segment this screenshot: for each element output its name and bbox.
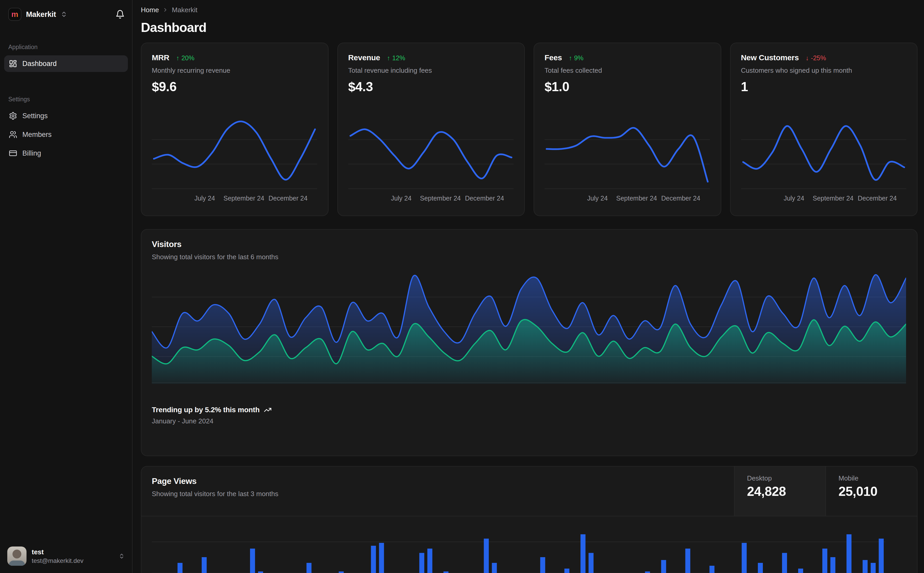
chevrons-up-down-icon[interactable] <box>61 11 67 18</box>
section-label-settings: Settings <box>0 96 132 103</box>
bell-icon[interactable] <box>115 9 125 19</box>
credit-card-icon <box>9 149 17 157</box>
arrow-up-icon: ↑ <box>176 54 179 62</box>
arrow-down-icon: ↓ <box>805 54 809 62</box>
stat-title: Fees <box>544 52 562 63</box>
visitors-trend-text: Trending up by 5.2% this month <box>152 406 260 414</box>
svg-text:September 24: September 24 <box>420 194 461 202</box>
page-views-card: Page Views Showing total visitors for th… <box>141 466 918 573</box>
breadcrumb-current: Makerkit <box>172 6 197 14</box>
pageviews-toggle-desktop[interactable]: Desktop 24,828 <box>734 467 825 516</box>
visitors-period: January - June 2024 <box>152 417 907 425</box>
stat-subtitle: Total fees collected <box>544 66 711 75</box>
fees-sparkline-chart: July 24September 24December 24 <box>544 115 710 204</box>
users-icon <box>9 130 17 139</box>
page-views-toggles: Desktop 24,828 Mobile 25,010 <box>734 467 917 516</box>
page-title: Dashboard <box>141 20 918 35</box>
sidebar-item-label: Billing <box>22 149 41 157</box>
mrr-sparkline-chart: July 24September 24December 24 <box>152 115 317 204</box>
stat-card-mrr: MRR ↑ 20% Monthly recurring revenue $9.6… <box>141 42 328 216</box>
dashboard-icon <box>9 59 17 68</box>
sidebar-item-label: Dashboard <box>22 60 56 68</box>
svg-text:July 24: July 24 <box>195 194 215 202</box>
page-views-subtitle: Showing total visitors for the last 3 mo… <box>152 489 278 498</box>
workspace-name: Makerkit <box>26 10 56 19</box>
breadcrumb: Home Makerkit <box>141 5 918 14</box>
stat-cards-row: MRR ↑ 20% Monthly recurring revenue $9.6… <box>141 42 918 216</box>
stat-card-revenue: Revenue ↑ 12% Total revenue including fe… <box>337 42 525 216</box>
workspace-selector[interactable]: m Makerkit <box>0 0 132 21</box>
page-views-bar-chart <box>152 518 885 573</box>
stat-value: $4.3 <box>348 79 514 94</box>
stat-value: 1 <box>741 79 907 94</box>
customers-sparkline-chart: July 24September 24December 24 <box>741 115 906 204</box>
sidebar-item-billing[interactable]: Billing <box>4 145 128 161</box>
app-window: m Makerkit Application Dashboard Setting… <box>0 0 924 573</box>
trend-badge: ↑ 12% <box>387 54 405 62</box>
arrow-up-icon: ↑ <box>569 54 572 62</box>
sidebar-item-settings[interactable]: Settings <box>4 108 128 124</box>
stat-card-fees: Fees ↑ 9% Total fees collected $1.0 July… <box>533 42 721 216</box>
stat-title: Revenue <box>348 52 380 63</box>
sidebar: m Makerkit Application Dashboard Setting… <box>0 0 133 573</box>
trending-up-icon <box>264 406 271 414</box>
avatar <box>7 546 27 566</box>
trend-badge: ↓ -25% <box>805 54 826 62</box>
visitors-card: Visitors Showing total visitors for the … <box>141 229 918 456</box>
svg-text:December 24: December 24 <box>858 194 897 202</box>
user-email: test@makerkit.dev <box>32 557 83 564</box>
svg-text:September 24: September 24 <box>224 194 264 202</box>
trend-badge: ↑ 20% <box>176 54 195 62</box>
gear-icon <box>9 112 17 120</box>
chevron-right-icon <box>162 7 168 13</box>
visitors-footer: Trending up by 5.2% this month January -… <box>152 406 907 425</box>
visitors-subtitle: Showing total visitors for the last 6 mo… <box>152 252 907 261</box>
stat-value: $9.6 <box>152 79 318 94</box>
stat-title: MRR <box>152 52 169 63</box>
stat-value: $1.0 <box>544 79 711 94</box>
stat-subtitle: Monthly recurring revenue <box>152 66 318 75</box>
section-label-application: Application <box>0 44 132 51</box>
page-views-header: Page Views Showing total visitors for th… <box>141 467 917 517</box>
sidebar-item-members[interactable]: Members <box>4 126 128 143</box>
svg-text:July 24: July 24 <box>783 194 804 202</box>
makerkit-logo: m <box>8 8 21 21</box>
visitors-area-chart <box>152 269 906 384</box>
breadcrumb-home[interactable]: Home <box>141 6 159 14</box>
revenue-sparkline-chart: July 24September 24December 24 <box>348 115 514 204</box>
main-content: Home Makerkit Dashboard MRR ↑ 20% Monthl… <box>133 0 924 573</box>
visitors-title: Visitors <box>152 239 907 249</box>
stat-subtitle: Customers who signed up this month <box>741 66 907 75</box>
sidebar-item-label: Settings <box>22 112 48 120</box>
arrow-up-icon: ↑ <box>387 54 390 62</box>
user-name: test <box>32 548 83 556</box>
svg-text:July 24: July 24 <box>587 194 608 202</box>
trend-badge: ↑ 9% <box>569 54 584 62</box>
svg-text:July 24: July 24 <box>391 194 411 202</box>
sidebar-item-dashboard[interactable]: Dashboard <box>4 55 128 72</box>
svg-text:December 24: December 24 <box>268 194 307 202</box>
sidebar-item-label: Members <box>22 131 52 139</box>
pageviews-toggle-mobile[interactable]: Mobile 25,010 <box>825 467 917 516</box>
svg-text:September 24: September 24 <box>616 194 657 202</box>
svg-text:September 24: September 24 <box>813 194 853 202</box>
page-views-title: Page Views <box>152 476 278 486</box>
svg-text:December 24: December 24 <box>465 194 504 202</box>
svg-text:December 24: December 24 <box>661 194 700 202</box>
chevrons-up-down-icon[interactable] <box>119 553 125 559</box>
stat-subtitle: Total revenue including fees <box>348 66 514 75</box>
stat-title: New Customers <box>741 52 799 63</box>
user-menu[interactable]: test test@makerkit.dev <box>0 540 132 573</box>
stat-card-new-customers: New Customers ↓ -25% Customers who signe… <box>730 42 918 216</box>
